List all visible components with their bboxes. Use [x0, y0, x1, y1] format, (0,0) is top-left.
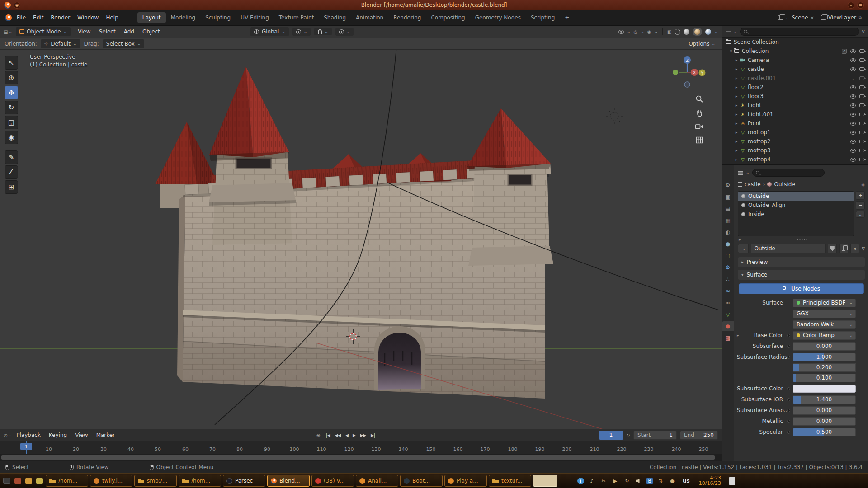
viewport-canvas[interactable]: User Perspective (1) Collection | castle… [0, 50, 722, 429]
disable-render-toggle[interactable] [859, 85, 864, 89]
camera-view-icon[interactable] [695, 123, 703, 130]
filter-icon[interactable]: ∇ [862, 29, 865, 34]
subsurface-aniso-slider[interactable]: 0.000 [793, 406, 856, 415]
list-resize-grip[interactable]: ▸ [734, 236, 868, 243]
breadcrumb-material[interactable]: Outside [774, 181, 795, 188]
taskbar-app-play[interactable]: Play a... [444, 475, 487, 487]
copy-icon[interactable]: ⧉ [859, 15, 862, 20]
outliner-item-floor3[interactable]: ▸ ▽ floor3 [722, 92, 868, 101]
expand-icon[interactable]: ▸ [734, 85, 739, 89]
keyboard-layout-indicator[interactable]: us [683, 478, 690, 484]
menu-marker[interactable]: Marker [93, 431, 118, 440]
disable-render-toggle[interactable] [859, 140, 864, 143]
launcher-icon-2[interactable] [24, 476, 33, 486]
tab-material[interactable]: ● [722, 321, 734, 331]
navigation-gizmo[interactable]: Z X Y [668, 53, 706, 91]
material-name-field[interactable]: Outside [751, 244, 826, 253]
decorator-dot[interactable] [787, 431, 790, 434]
tab-render[interactable]: ▣ [722, 192, 734, 202]
next-keyframe-button[interactable]: ▶▶ [360, 433, 366, 438]
timeline-scrollbar[interactable] [1, 455, 715, 460]
outliner-item-rooftop3[interactable]: ▸ ▽ rooftop3 [722, 146, 868, 155]
subsurface-color-swatch[interactable] [793, 385, 856, 393]
outliner-item-rooftop4[interactable]: ▸ ▽ rooftop4 [722, 155, 868, 164]
outliner-item-point[interactable]: ▸ ✳ Point [722, 119, 868, 128]
decorator-dot[interactable] [787, 409, 790, 412]
orientation-dropdown[interactable]: ⊹ Default ⌄ [41, 39, 80, 48]
tab-constraints[interactable]: ∞ [722, 298, 734, 308]
tab-uv-editing[interactable]: UV Editing [236, 12, 274, 23]
tool-transform[interactable]: ◉ [5, 131, 18, 144]
taskbar-app-untitled[interactable] [533, 475, 557, 487]
disable-render-toggle[interactable] [859, 49, 864, 53]
slot-outside-align[interactable]: Outside_Align [738, 201, 854, 210]
info-tray-icon[interactable]: i [577, 478, 584, 484]
tool-rotate[interactable]: ↻ [5, 101, 18, 114]
auto-keyframe-button[interactable]: ◉ [316, 433, 321, 438]
gizmos-toggle-icon[interactable]: ◎ [633, 29, 637, 34]
expand-icon[interactable]: ▸ [734, 112, 739, 117]
tab-scripting[interactable]: Scripting [526, 12, 560, 23]
expand-icon[interactable]: ▸ [734, 157, 739, 162]
expand-icon[interactable]: ▸ [734, 58, 739, 62]
decorator-dot[interactable] [787, 398, 790, 401]
prev-keyframe-button[interactable]: ◀◀ [335, 433, 340, 438]
tab-rendering[interactable]: Rendering [388, 12, 426, 23]
menu-help[interactable]: Help [102, 13, 122, 23]
show-desktop-button[interactable] [729, 477, 735, 485]
properties-search[interactable] [752, 169, 825, 177]
slot-inside[interactable]: Inside [738, 210, 854, 219]
expand-icon[interactable]: ▸ [734, 76, 739, 80]
taskbar-app-browser[interactable]: (38) V... [311, 475, 354, 487]
outliner-collection[interactable]: ▾ Collection ✓ [722, 47, 868, 56]
timeline-track[interactable] [0, 454, 722, 461]
tool-add-cube[interactable]: ⊞ [5, 180, 18, 194]
hide-viewport-toggle[interactable] [850, 149, 856, 153]
slot-outside[interactable]: Outside [738, 192, 854, 201]
surface-shader-dropdown[interactable]: Principled BSDF [793, 299, 856, 307]
snap-dropdown[interactable]: ⌄ [314, 28, 332, 35]
user-tray-icon[interactable]: ● [668, 477, 676, 485]
tool-measure[interactable]: ∠ [5, 165, 18, 179]
options-dropdown[interactable]: Options ⌄ [689, 41, 717, 47]
menu-view[interactable]: View [71, 431, 91, 440]
tab-shading[interactable]: Shading [319, 12, 351, 23]
add-slot-button[interactable]: + [856, 191, 865, 200]
menu-object[interactable]: Object [139, 27, 164, 36]
shading-solid-button[interactable] [684, 29, 689, 35]
play-tray-icon[interactable]: ▶ [611, 477, 619, 485]
sync-tray-icon[interactable]: ↻ [623, 477, 631, 485]
volume-icon[interactable] [635, 477, 643, 485]
tab-layout[interactable]: Layout [137, 12, 166, 23]
taskbar-app-files-1[interactable]: /hom... [46, 475, 88, 487]
tool-annotate[interactable]: ✎ [5, 150, 18, 164]
pivot-point-dropdown[interactable]: ⌄ [292, 28, 311, 36]
collapse-icon[interactable]: ▾ [728, 49, 734, 53]
outliner-item-rooftop2[interactable]: ▸ ▽ rooftop2 [722, 137, 868, 146]
outliner-item-light[interactable]: ▸ ☀ Light [722, 101, 868, 110]
expand-icon[interactable]: ▸ [737, 333, 741, 338]
music-tray-icon[interactable]: ♪ [588, 477, 596, 485]
hide-viewport-toggle[interactable] [850, 158, 856, 162]
tab-modeling[interactable]: Modeling [166, 12, 201, 23]
tab-view-layer[interactable]: ▦ [722, 216, 734, 225]
subsurface-slider[interactable]: 0.000 [793, 342, 856, 351]
unlink-material-button[interactable]: × [850, 244, 859, 253]
disable-render-toggle[interactable] [859, 122, 864, 125]
outliner-item-floor2[interactable]: ▸ ▽ floor2 [722, 83, 868, 92]
pan-hand-icon[interactable] [695, 109, 703, 117]
bluetooth-icon[interactable]: B [646, 478, 653, 484]
menu-playback[interactable]: Playback [13, 431, 44, 440]
tab-modifiers[interactable]: ⚙ [722, 263, 734, 272]
tab-output[interactable]: ▤ [722, 204, 734, 214]
menu-edit[interactable]: Edit [29, 13, 47, 23]
expand-icon[interactable]: ▸ [734, 130, 739, 135]
menu-window[interactable]: Window [74, 13, 102, 23]
launcher-icon-1[interactable] [13, 476, 22, 486]
section-surface[interactable]: ▾ Surface [738, 270, 865, 280]
specular-slider[interactable]: 0.500 [793, 428, 856, 436]
outliner-item-camera[interactable]: ▸ Camera [722, 56, 868, 65]
decorator-dot[interactable] [787, 356, 790, 359]
menu-keying[interactable]: Keying [45, 431, 71, 440]
distribution-dropdown[interactable]: GGX [793, 310, 856, 318]
